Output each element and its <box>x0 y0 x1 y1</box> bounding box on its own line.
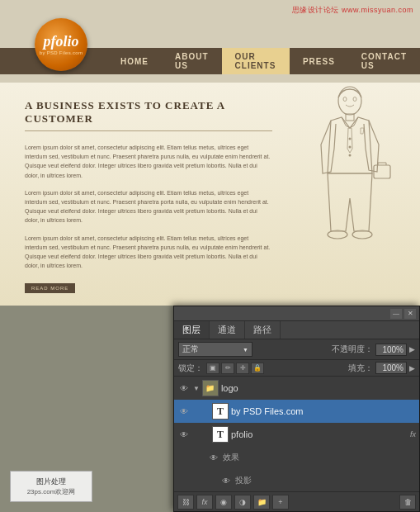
vintage-man-illustration <box>296 83 403 297</box>
content-text-area: A BUSINESS EXISTS TO CREATE A CUSTOMER L… <box>25 99 272 293</box>
panel-collapse-icon[interactable]: — <box>390 309 402 319</box>
watermark-line2: 23ps.com欢迎网 <box>27 487 76 496</box>
svg-point-1 <box>343 97 347 102</box>
panel-topbar: — ✕ <box>174 306 419 321</box>
watermark-box: 图片处理 23ps.com欢迎网 <box>10 471 92 502</box>
eye-icon-logo[interactable]: 👁 <box>177 382 191 395</box>
svg-point-2 <box>353 97 356 102</box>
blend-mode-row: 正常 ▼ 不透明度： 100% ▶ <box>174 339 419 360</box>
content-para-3: Lorem ipsum dolor sit amet, consectetur … <box>25 234 272 271</box>
nav-press[interactable]: PRESS <box>290 48 348 74</box>
nav-home[interactable]: HOME <box>107 48 162 74</box>
panel-bottom-bar: ⛓ fx ◉ ◑ 📁 + 🗑 <box>174 491 419 511</box>
layer-row-shadow[interactable]: 👁 投影 <box>174 469 419 491</box>
fx-badge-pfolio: fx <box>410 430 416 439</box>
content-para-2: Lorem ipsum dolor sit amet, consectetur … <box>25 188 272 225</box>
adjustment-btn[interactable]: ◑ <box>234 495 251 510</box>
nav-about[interactable]: ABOUT US <box>162 48 222 74</box>
svg-point-0 <box>338 87 361 115</box>
lock-paint-btn[interactable]: ✏ <box>221 363 234 374</box>
read-more-button[interactable]: READ MORE <box>25 283 75 293</box>
layer-name-shadow: 投影 <box>235 475 416 486</box>
lock-tools: ▣ ✏ ✛ 🔒 <box>206 363 264 374</box>
blend-mode-dropdown[interactable]: 正常 ▼ <box>178 342 252 357</box>
eye-icon-effect[interactable]: 👁 <box>207 451 220 464</box>
tab-channels[interactable]: 通道 <box>210 321 245 339</box>
nav-contact[interactable]: CONTACT US <box>348 48 420 74</box>
layer-group-logo: 👁 ▼ 📁 logo 👁 T by PSD Files.com 👁 T <box>174 377 419 491</box>
fill-arrow[interactable]: ▶ <box>409 364 415 372</box>
layers-list: 👁 ▼ 📁 logo 👁 T by PSD Files.com 👁 T <box>174 377 419 491</box>
website-preview: 思缘设计论坛 www.missyuan.com pfolio by PSD Fi… <box>0 0 420 306</box>
tab-layers[interactable]: 图层 <box>174 321 210 339</box>
layer-thumb-pfolio: T <box>212 426 229 443</box>
eye-icon-shadow[interactable]: 👁 <box>219 474 233 487</box>
svg-point-9 <box>349 154 352 157</box>
expand-arrow-logo[interactable]: ▼ <box>193 385 200 392</box>
site-content: A BUSINESS EXISTS TO CREATE A CUSTOMER L… <box>0 83 420 306</box>
opacity-input[interactable]: 100% <box>375 344 407 356</box>
layer-name-effect: 效果 <box>223 452 416 463</box>
mask-btn[interactable]: ◉ <box>215 495 232 510</box>
fill-input[interactable]: 100% <box>375 362 407 374</box>
top-watermark: 思缘设计论坛 www.missyuan.com <box>292 5 413 16</box>
layer-name-bypsd: by PSD Files.com <box>231 406 416 416</box>
lock-move-btn[interactable]: ✛ <box>236 363 249 374</box>
eye-icon-bypsd[interactable]: 👁 <box>177 405 191 418</box>
logo-circle: pfolio by PSD Files.com <box>35 18 87 71</box>
layer-thumb-logo: 📁 <box>202 380 219 396</box>
layer-row-bypsd[interactable]: 👁 T by PSD Files.com <box>174 400 419 423</box>
watermark-line1: 图片处理 <box>36 476 66 487</box>
opacity-row: 不透明度： 100% ▶ <box>332 344 415 356</box>
lock-all-btn[interactable]: 🔒 <box>251 363 264 374</box>
layer-name-pfolio: pfolio <box>231 429 406 439</box>
svg-point-7 <box>349 138 352 140</box>
logo-sub-text: by PSD Files.com <box>40 50 83 55</box>
opacity-label: 不透明度： <box>332 344 373 355</box>
opacity-arrow[interactable]: ▶ <box>409 345 415 353</box>
new-group-btn[interactable]: 📁 <box>253 495 270 510</box>
photoshop-layers-panel: — ✕ 图层 通道 路径 正常 ▼ 不透明度： 10 <box>173 306 420 512</box>
fx-btn[interactable]: fx <box>196 495 213 510</box>
lock-transparent-btn[interactable]: ▣ <box>206 363 219 374</box>
link-layers-btn[interactable]: ⛓ <box>177 495 194 510</box>
new-layer-btn[interactable]: + <box>272 495 289 510</box>
eye-icon-pfolio[interactable]: 👁 <box>177 428 191 441</box>
layer-thumb-bypsd: T <box>212 403 229 420</box>
nav-clients[interactable]: OUR CLIENTS <box>222 48 290 74</box>
logo-main-text: pfolio <box>44 34 79 50</box>
fill-label: 填充： <box>348 363 373 374</box>
panel-topbar-icons: — ✕ <box>390 309 416 319</box>
lock-row: 锁定： ▣ ✏ ✛ 🔒 填充： 100% ▶ <box>174 360 419 377</box>
layer-name-logo: logo <box>221 383 416 393</box>
delete-layer-btn[interactable]: 🗑 <box>399 495 416 510</box>
tab-paths[interactable]: 路径 <box>245 321 281 339</box>
svg-point-8 <box>349 146 352 149</box>
content-para-1: Lorem ipsum dolor sit amet, consectetur … <box>25 143 272 180</box>
lock-label: 锁定： <box>178 363 203 374</box>
layer-row-effect[interactable]: 👁 效果 <box>174 446 419 469</box>
layer-row-pfolio[interactable]: 👁 T pfolio fx <box>174 423 419 446</box>
panel-inner: 图层 通道 路径 正常 ▼ 不透明度： 100% ▶ <box>174 321 419 511</box>
content-heading: A BUSINESS EXISTS TO CREATE A CUSTOMER <box>25 99 272 131</box>
panel-tabs: 图层 通道 路径 <box>174 321 419 339</box>
site-nav: HOME ABOUT US OUR CLIENTS PRESS CONTACT … <box>107 48 420 74</box>
blend-dropdown-arrow: ▼ <box>243 347 248 353</box>
fill-row: 填充： 100% ▶ <box>348 362 415 374</box>
layer-row-logo[interactable]: 👁 ▼ 📁 logo <box>174 377 419 400</box>
panel-close-icon[interactable]: ✕ <box>404 309 416 319</box>
